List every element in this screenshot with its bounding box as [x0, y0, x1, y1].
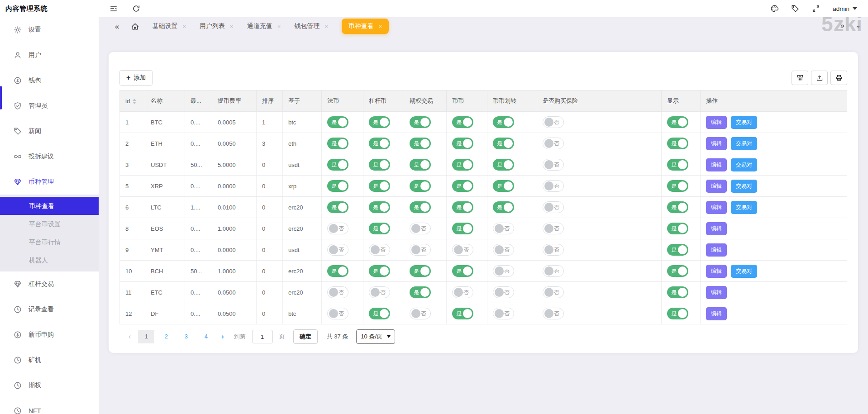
submenu-item-1[interactable]: 平台币设置 [0, 215, 99, 233]
fiat-toggle[interactable]: 是 [327, 159, 348, 171]
insurance-toggle[interactable]: 否 [543, 244, 564, 256]
tab-close-icon[interactable]: × [324, 23, 328, 30]
options-toggle[interactable]: 否 [410, 308, 431, 319]
edit-button[interactable]: 编辑 [706, 286, 727, 299]
submenu-item-0[interactable]: 币种查看 [0, 197, 99, 215]
spot-toggle[interactable]: 是 [452, 138, 473, 149]
tabs-back-icon[interactable]: « [115, 23, 119, 30]
tab-close-icon[interactable]: × [379, 23, 382, 30]
pair-button[interactable]: 交易对 [731, 201, 757, 214]
leverage-toggle[interactable]: 否 [369, 286, 390, 298]
fiat-toggle[interactable]: 否 [327, 308, 348, 319]
show-toggle[interactable]: 是 [667, 159, 688, 171]
theme-palette-icon[interactable] [770, 5, 778, 13]
options-toggle[interactable]: 是 [410, 138, 431, 149]
refresh-icon[interactable] [132, 5, 140, 13]
sidebar-item-12[interactable]: NFT [0, 398, 99, 414]
fiat-toggle[interactable]: 是 [327, 180, 348, 192]
page-prev-icon[interactable]: ‹ [125, 333, 134, 341]
add-button[interactable]: + 添加 [119, 70, 153, 86]
page-next-icon[interactable]: › [218, 333, 227, 341]
insurance-toggle[interactable]: 否 [543, 286, 564, 298]
edit-button[interactable]: 编辑 [706, 180, 727, 193]
sidebar-item-10[interactable]: 矿机 [0, 347, 99, 373]
submenu-item-3[interactable]: 机器人 [0, 251, 99, 269]
sidebar-item-3[interactable]: 管理员 [0, 93, 99, 119]
submenu-item-2[interactable]: 平台币行情 [0, 233, 99, 251]
pair-button[interactable]: 交易对 [731, 158, 757, 171]
tab-close-icon[interactable]: × [230, 23, 234, 30]
show-toggle[interactable]: 是 [667, 223, 688, 234]
insurance-toggle[interactable]: 否 [543, 138, 564, 149]
options-toggle[interactable]: 否 [410, 244, 431, 256]
spot-toggle[interactable]: 是 [452, 116, 473, 128]
leverage-toggle[interactable]: 否 [369, 244, 390, 256]
page-button-3[interactable]: 3 [178, 330, 194, 343]
page-button-4[interactable]: 4 [198, 330, 214, 343]
edit-button[interactable]: 编辑 [706, 137, 727, 150]
show-toggle[interactable]: 是 [667, 116, 688, 128]
spot-toggle[interactable]: 是 [452, 180, 473, 192]
sort-icon[interactable] [133, 99, 136, 104]
fullscreen-icon[interactable] [812, 5, 820, 13]
sidebar-item-4[interactable]: 新闻 [0, 119, 99, 144]
export-icon[interactable] [811, 71, 828, 85]
spot-toggle[interactable]: 否 [452, 244, 473, 256]
tab-close-icon[interactable]: × [182, 23, 186, 30]
transfer-toggle[interactable]: 是 [493, 201, 514, 213]
insurance-toggle[interactable]: 否 [543, 201, 564, 213]
tab-item-0[interactable]: 基础设置× [152, 22, 186, 30]
edit-button[interactable]: 编辑 [706, 265, 727, 278]
edit-button[interactable]: 编辑 [706, 222, 727, 235]
spot-toggle[interactable]: 是 [452, 265, 473, 277]
leverage-toggle[interactable]: 是 [369, 159, 390, 171]
options-toggle[interactable]: 是 [410, 201, 431, 213]
tag-icon[interactable] [791, 5, 799, 13]
edit-button[interactable]: 编辑 [706, 158, 727, 171]
leverage-toggle[interactable]: 是 [369, 138, 390, 149]
fiat-toggle[interactable]: 否 [327, 244, 348, 256]
edit-button[interactable]: 编辑 [706, 116, 727, 129]
fiat-toggle[interactable]: 是 [327, 201, 348, 213]
options-toggle[interactable]: 是 [410, 159, 431, 171]
fiat-toggle[interactable]: 否 [327, 223, 348, 234]
pair-button[interactable]: 交易对 [731, 137, 757, 150]
transfer-toggle[interactable]: 否 [493, 244, 514, 256]
confirm-button[interactable]: 确定 [293, 329, 318, 344]
sidebar-item-7[interactable]: 杠杆交易 [0, 271, 99, 297]
insurance-toggle[interactable]: 否 [543, 308, 564, 319]
sidebar-item-2[interactable]: 钱包 [0, 68, 99, 93]
home-icon[interactable] [131, 22, 139, 31]
options-toggle[interactable]: 否 [410, 223, 431, 234]
columns-icon[interactable] [792, 71, 808, 85]
fiat-toggle[interactable]: 是 [327, 265, 348, 277]
pair-button[interactable]: 交易对 [731, 180, 757, 193]
user-menu[interactable]: admin [833, 5, 857, 12]
options-toggle[interactable]: 是 [410, 116, 431, 128]
transfer-toggle[interactable]: 否 [493, 308, 514, 319]
transfer-toggle[interactable]: 是 [493, 116, 514, 128]
show-toggle[interactable]: 是 [667, 308, 688, 319]
insurance-toggle[interactable]: 否 [543, 180, 564, 192]
sidebar-item-11[interactable]: 期权 [0, 373, 99, 398]
tabs-dropdown-icon[interactable]: ⌄ [855, 22, 861, 29]
transfer-toggle[interactable]: 是 [493, 138, 514, 149]
tab-item-1[interactable]: 用户列表× [200, 22, 234, 30]
edit-button[interactable]: 编辑 [706, 307, 727, 320]
show-toggle[interactable]: 是 [667, 180, 688, 192]
options-toggle[interactable]: 是 [410, 180, 431, 192]
edit-button[interactable]: 编辑 [706, 201, 727, 214]
page-button-1[interactable]: 1 [138, 330, 154, 343]
show-toggle[interactable]: 是 [667, 201, 688, 213]
tab-item-4[interactable]: 币种查看× [342, 19, 389, 34]
leverage-toggle[interactable]: 是 [369, 116, 390, 128]
leverage-toggle[interactable]: 是 [369, 308, 390, 319]
transfer-toggle[interactable]: 是 [493, 180, 514, 192]
page-size-select[interactable]: 10 条/页 [356, 329, 395, 344]
insurance-toggle[interactable]: 否 [543, 116, 564, 128]
show-toggle[interactable]: 是 [667, 138, 688, 149]
transfer-toggle[interactable]: 否 [493, 223, 514, 234]
tab-item-3[interactable]: 钱包管理× [294, 22, 328, 30]
spot-toggle[interactable]: 是 [452, 201, 473, 213]
sidebar-item-9[interactable]: 新币申购 [0, 322, 99, 347]
